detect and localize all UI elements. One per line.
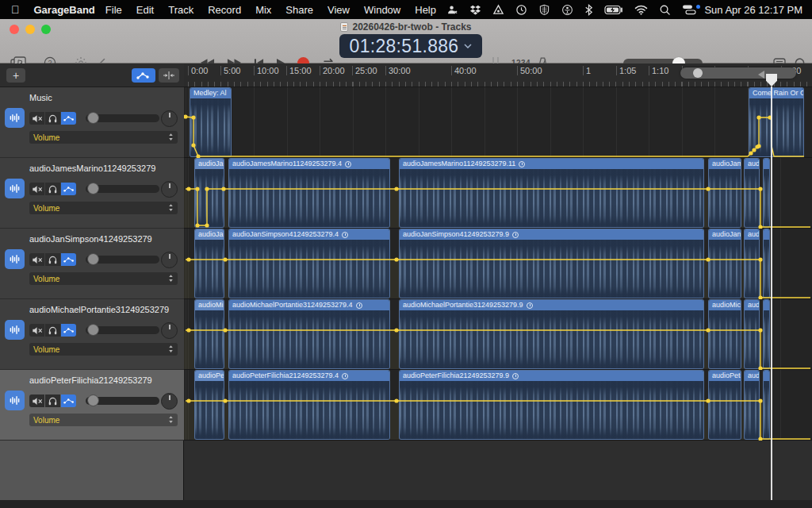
battery-charging-icon[interactable]: [604, 5, 623, 15]
audio-region[interactable]: Medley: Al: [190, 87, 232, 157]
audio-region[interactable]: audioPete: [708, 370, 741, 440]
pan-knob[interactable]: [161, 110, 178, 127]
pan-knob[interactable]: [161, 252, 178, 268]
track-automation-button[interactable]: [61, 394, 76, 407]
solo-button[interactable]: [45, 394, 60, 407]
accessibility-icon[interactable]: [561, 4, 573, 16]
audio-region[interactable]: audioJam: [708, 158, 741, 228]
automation-curve[interactable]: [184, 87, 812, 158]
audio-region[interactable]: audi: [744, 299, 760, 369]
screen-time-icon[interactable]: [446, 4, 458, 16]
track-name[interactable]: Music: [29, 93, 180, 102]
mute-button[interactable]: [29, 394, 44, 407]
automation-parameter-popup[interactable]: Volume: [29, 272, 178, 285]
track-volume-slider[interactable]: [86, 326, 159, 334]
audio-region[interactable]: audi: [744, 370, 760, 440]
menu-item-view[interactable]: View: [320, 4, 357, 16]
audio-region[interactable]: [763, 370, 770, 440]
track-volume-slider[interactable]: [86, 114, 159, 122]
automation-node[interactable]: [184, 114, 188, 118]
audio-region[interactable]: audi: [744, 229, 760, 298]
automation-parameter-popup[interactable]: Volume: [29, 414, 178, 426]
audio-region[interactable]: audioMichaelPortantie31249253279.9: [399, 299, 704, 369]
track-automation-button[interactable]: [61, 253, 76, 266]
lcd-display[interactable]: 01:28:51.886: [339, 34, 482, 58]
zoom-slider-knob[interactable]: [693, 68, 703, 78]
mute-button[interactable]: [29, 324, 44, 337]
time-ruler[interactable]: 0:005:0010:0015:0020:0025:0030:0040:0050…: [184, 64, 812, 87]
track-name[interactable]: audioMichaelPortantie31249253279: [29, 305, 180, 314]
track-volume-knob[interactable]: [87, 112, 99, 124]
solo-button[interactable]: [45, 183, 60, 195]
mute-button[interactable]: [29, 183, 44, 195]
track-automation-button[interactable]: [61, 183, 76, 195]
audio-region[interactable]: audioPeterFilichia21249253279.9: [399, 370, 704, 440]
audio-region[interactable]: audioPeterFilichia21249253279.4: [228, 370, 390, 440]
track-volume-knob[interactable]: [87, 183, 99, 194]
add-track-button[interactable]: +: [6, 68, 25, 83]
track-name[interactable]: audioPeterFilichia21249253279: [29, 375, 180, 385]
track-volume-knob[interactable]: [87, 253, 99, 265]
audio-region[interactable]: audioJamesMarino11249253279.11: [399, 158, 704, 228]
track-automation-button[interactable]: [61, 324, 76, 337]
track-volume-knob[interactable]: [87, 394, 99, 406]
menu-item-edit[interactable]: Edit: [129, 4, 161, 16]
spotlight-search-icon[interactable]: [659, 4, 671, 16]
app-menu[interactable]: GarageBand: [34, 4, 95, 16]
audio-region[interactable]: Come Rain Or C: [749, 87, 804, 157]
pan-knob[interactable]: [161, 393, 178, 410]
pan-knob[interactable]: [161, 322, 178, 339]
track-header-4[interactable]: audioMichaelPortantie31249253279Volume: [0, 299, 184, 370]
track-automation-button[interactable]: [61, 112, 76, 125]
menu-item-record[interactable]: Record: [201, 4, 248, 16]
track-volume-knob[interactable]: [87, 324, 99, 336]
fast-user-switch-icon[interactable]: [682, 4, 696, 15]
audio-region[interactable]: [763, 158, 770, 228]
track-lane-5[interactable]: audioPeaudioPeterFilichia21249253279.4au…: [184, 370, 812, 441]
audio-region[interactable]: audioJanSimpson41249253279.9: [399, 229, 704, 298]
menu-item-mix[interactable]: Mix: [248, 4, 278, 16]
show-automation-button[interactable]: [132, 68, 155, 83]
horizontal-zoom-slider[interactable]: [680, 67, 796, 79]
time-machine-icon[interactable]: [515, 4, 527, 16]
track-volume-slider[interactable]: [86, 397, 159, 405]
automation-parameter-popup[interactable]: Volume: [29, 202, 178, 214]
playhead-line[interactable]: [771, 87, 772, 500]
solo-button[interactable]: [45, 253, 60, 266]
solo-button[interactable]: [45, 324, 60, 337]
track-header-5[interactable]: audioPeterFilichia21249253279Volume: [0, 370, 184, 441]
menu-item-share[interactable]: Share: [278, 4, 320, 16]
audio-region[interactable]: audioMichaelPortantie31249253279.4: [228, 299, 390, 369]
menu-item-window[interactable]: Window: [357, 4, 408, 16]
track-name[interactable]: audioJamesMarino11249253279: [29, 164, 180, 173]
project-end-marker-icon[interactable]: [758, 71, 764, 79]
track-header-2[interactable]: audioJamesMarino11249253279Volume: [0, 158, 184, 229]
track-lane-3[interactable]: audioJaaudioJanSimpson41249253279.4audio…: [184, 229, 812, 299]
track-lane-4[interactable]: audioMiaudioMichaelPortantie31249253279.…: [184, 299, 812, 370]
track-header-3[interactable]: audioJanSimpson41249253279Volume: [0, 229, 184, 299]
menu-item-track[interactable]: Track: [161, 4, 201, 16]
track-header-1[interactable]: MusicVolume: [0, 87, 184, 158]
audio-region[interactable]: [763, 229, 770, 298]
menu-item-file[interactable]: File: [98, 4, 129, 16]
mute-button[interactable]: [29, 253, 44, 266]
passwords-icon[interactable]: [538, 4, 550, 16]
track-lane-1[interactable]: Medley: AlCome Rain Or C: [184, 87, 812, 158]
audio-region[interactable]: audioJamesMarino11249253279.4: [228, 158, 390, 228]
audio-region[interactable]: audioJan: [708, 229, 741, 298]
wifi-icon[interactable]: [634, 5, 648, 15]
menu-clock[interactable]: Sun Apr 26 12:17 PM: [704, 4, 802, 16]
automation-parameter-popup[interactable]: Volume: [29, 343, 178, 356]
audio-region[interactable]: audioJanSimpson41249253279.4: [228, 229, 390, 298]
audio-region[interactable]: audioMic: [708, 299, 741, 369]
audio-region[interactable]: audioJa: [194, 158, 224, 228]
mute-button[interactable]: [29, 112, 44, 125]
dropbox-icon[interactable]: [469, 4, 481, 16]
menu-item-help[interactable]: Help: [408, 4, 443, 16]
bluetooth-icon[interactable]: [584, 4, 593, 16]
pan-knob[interactable]: [161, 181, 178, 198]
solo-button[interactable]: [45, 112, 60, 125]
catch-playhead-button[interactable]: [159, 68, 179, 83]
audio-region[interactable]: [763, 299, 770, 369]
track-name[interactable]: audioJanSimpson41249253279: [29, 234, 180, 244]
